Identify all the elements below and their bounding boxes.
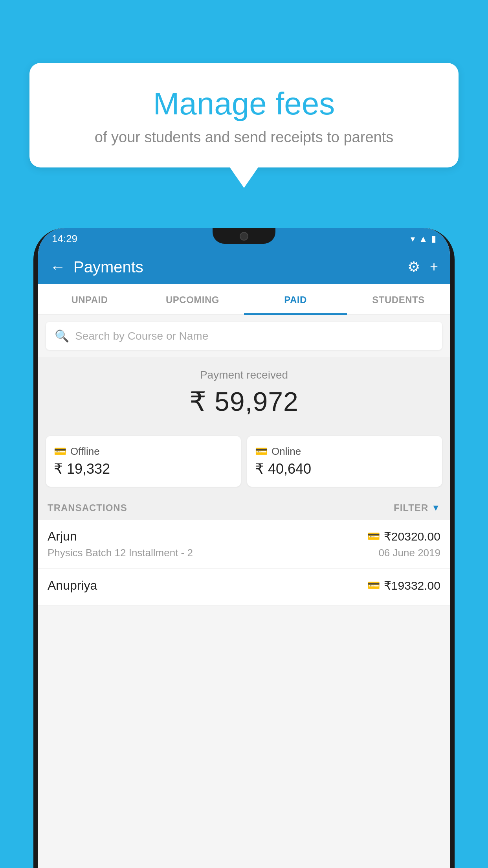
- main-subtitle: of your students and send receipts to pa…: [49, 129, 439, 146]
- phone-content: 🔍 Search by Course or Name Payment recei…: [38, 315, 450, 868]
- payment-received-label: Payment received: [46, 369, 442, 381]
- payment-type-icon: 💳: [367, 579, 380, 592]
- camera: [240, 232, 248, 241]
- header-title: Payments: [73, 258, 400, 276]
- main-title: Manage fees: [49, 86, 439, 121]
- transaction-name: Arjun: [48, 529, 77, 544]
- transaction-row[interactable]: Arjun 💳 ₹20320.00 Physics Batch 12 Insta…: [38, 520, 450, 569]
- back-button[interactable]: ←: [50, 259, 66, 275]
- search-icon: 🔍: [55, 329, 69, 343]
- phone-notch: [213, 228, 275, 244]
- signal-icon: ▲: [419, 234, 427, 244]
- tab-students[interactable]: STUDENTS: [347, 284, 450, 314]
- transaction-date: 06 June 2019: [378, 547, 440, 559]
- app-header: ← Payments ⚙ +: [38, 250, 450, 284]
- offline-amount: ₹ 19,332: [54, 461, 233, 477]
- status-time: 14:29: [52, 233, 77, 245]
- tab-unpaid[interactable]: UNPAID: [38, 284, 141, 314]
- online-icon: 💳: [255, 445, 268, 458]
- online-label: Online: [272, 445, 301, 458]
- online-card: 💳 Online ₹ 40,640: [247, 436, 442, 487]
- speech-bubble: Manage fees of your students and send re…: [29, 63, 459, 167]
- tab-paid[interactable]: PAID: [244, 284, 347, 314]
- payment-cards: 💳 Offline ₹ 19,332 💳 Online ₹ 40,640: [38, 429, 450, 494]
- transaction-amount: ₹20320.00: [384, 530, 440, 543]
- payment-received-section: Payment received ₹ 59,972: [38, 357, 450, 429]
- payment-type-icon: 💳: [367, 530, 380, 542]
- phone-frame: 14:29 ▾ ▲ ▮ ← Payments ⚙ + UNPAID UPCOMI…: [33, 228, 455, 868]
- battery-icon: ▮: [431, 234, 436, 244]
- offline-card: 💳 Offline ₹ 19,332: [46, 436, 241, 487]
- transaction-course: Physics Batch 12 Installment - 2: [48, 547, 193, 559]
- tab-upcoming[interactable]: UPCOMING: [141, 284, 244, 314]
- phone-inner: 14:29 ▾ ▲ ▮ ← Payments ⚙ + UNPAID UPCOMI…: [38, 228, 450, 868]
- search-input[interactable]: Search by Course or Name: [75, 330, 208, 342]
- transactions-label: TRANSACTIONS: [48, 502, 127, 513]
- transaction-amount: ₹19332.00: [384, 579, 440, 592]
- header-actions: ⚙ +: [407, 259, 438, 275]
- filter-label: FILTER: [394, 502, 428, 513]
- offline-icon: 💳: [54, 445, 66, 458]
- transaction-name: Anupriya: [48, 578, 97, 593]
- tabs-bar: UNPAID UPCOMING PAID STUDENTS: [38, 284, 450, 315]
- transaction-row[interactable]: Anupriya 💳 ₹19332.00: [38, 569, 450, 606]
- add-button[interactable]: +: [430, 259, 438, 275]
- search-bar[interactable]: 🔍 Search by Course or Name: [46, 322, 442, 350]
- filter-button[interactable]: FILTER ▼: [394, 502, 440, 513]
- wifi-icon: ▾: [411, 234, 415, 244]
- settings-button[interactable]: ⚙: [407, 259, 420, 275]
- transactions-header: TRANSACTIONS FILTER ▼: [38, 494, 450, 520]
- status-icons: ▾ ▲ ▮: [411, 234, 436, 244]
- filter-icon: ▼: [431, 503, 440, 513]
- payment-received-amount: ₹ 59,972: [46, 386, 442, 417]
- online-amount: ₹ 40,640: [255, 461, 434, 477]
- offline-label: Offline: [70, 445, 100, 458]
